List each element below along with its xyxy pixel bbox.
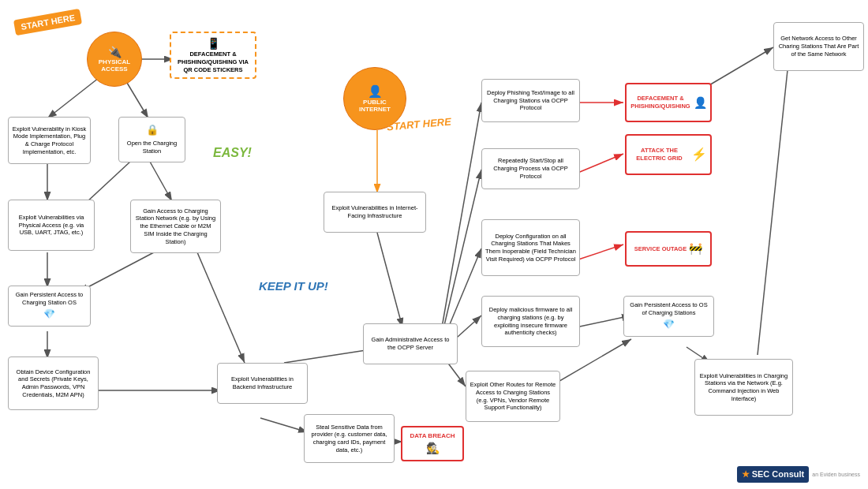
deploy-config-node: Deploy Configuration on all Charging Sta… [481,219,580,276]
exploit-backend-node: Exploit Vulnerabilities in Backend Infra… [217,363,308,404]
keep-it-up-label: KEEP IT UP! [259,280,328,293]
repeatedly-start-node: Repeatedly Start/Stop all Charging Proce… [481,148,580,189]
deploy-phishing-node: Deploy Phishing Text/Image to all Chargi… [481,79,580,122]
attack-grid-node: ATTACK THE ELECTRIC GRID ⚡ [625,134,712,175]
sec-logo-tagline: an Eviden business [812,472,860,477]
svg-line-31 [79,252,154,292]
svg-line-24 [576,154,623,174]
gain-persistent-os2-node: Gain Persistent Access to OS of Charging… [623,296,714,337]
diagram: START HERE 🔌 PHYSICAL ACCESS 📱 DEFACEMEN… [0,0,868,489]
physical-access-node: 🔌 PHYSICAL ACCESS [87,32,142,87]
svg-line-12 [197,252,245,363]
defacement-qr-node: 📱 DEFACEMENT & PHISHING/QUISHING VIA QR … [170,32,256,79]
exploit-internet-node: Exploit Vulnerabilities in Internet-Faci… [324,192,426,233]
svg-line-29 [758,55,789,355]
svg-line-7 [150,162,172,201]
exploit-kiosk-node: Exploit Vulnerability in Kiosk Mode Impl… [8,117,91,164]
sec-logo-box: ★ SEC Consult [737,466,810,483]
exploit-other-routes-node: Exploit Other Routes for Remote Access t… [466,371,560,422]
gain-access-network-node: Gain Access to Charging Station Network … [130,200,221,253]
svg-line-13 [260,418,308,432]
svg-line-17 [377,233,402,327]
open-charging-node: 🔒 Open the Charging Station [118,117,185,162]
svg-line-19 [442,170,481,335]
svg-line-25 [576,244,623,260]
service-outage-node: SERVICE OUTAGE 🚧 [625,231,712,267]
get-network-access-node: Get Network Access to Other Charing Stat… [773,22,864,71]
steal-data-node: Steal Sensitive Data from provider (e.g.… [304,414,395,463]
exploit-physical-node: Exploit Vulnerabilities via Physical Acc… [8,200,95,251]
obtain-device-node: Obtain Device Configuration and Secrets … [8,356,99,410]
gain-persistent-os-node: Gain Persistent Access to Charging Stati… [8,286,91,327]
exploit-vuln-network-node: Exploit Vulnerabilities in Charging Stat… [694,359,793,416]
start-here-badge-physical: START HERE [13,9,83,36]
svg-line-18 [442,103,481,327]
sec-logo: ★ SEC Consult an Eviden business [737,466,860,483]
easy-label: EASY! [213,146,252,160]
svg-line-4 [47,75,103,118]
deploy-malicious-node: Deploy malicious firmware to all chargin… [481,296,580,347]
data-breach-node: DATA BREACH 🕵️ [401,426,464,461]
defacement-red-node: DEFACEMENT & PHISHING/QUISHING 👤 [625,83,712,122]
gain-admin-ocpp-node: Gain Administrative Access to the OCPP S… [363,323,458,364]
